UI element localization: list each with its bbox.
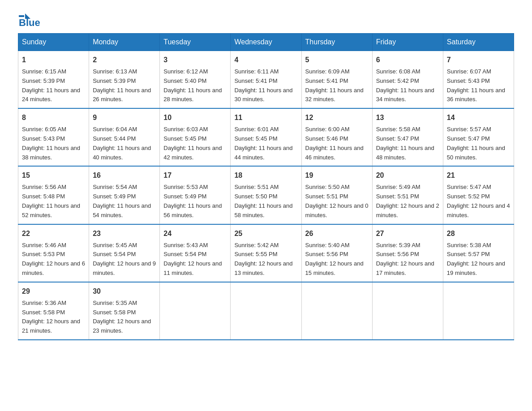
calendar-cell (160, 282, 231, 340)
day-info: Sunrise: 6:15 AMSunset: 5:39 PMDaylight:… (22, 67, 85, 104)
day-number: 22 (22, 228, 85, 239)
day-number: 15 (22, 170, 85, 181)
day-info: Sunrise: 6:13 AMSunset: 5:39 PMDaylight:… (93, 67, 156, 104)
day-info: Sunrise: 5:40 AMSunset: 5:56 PMDaylight:… (305, 241, 369, 278)
day-number: 18 (234, 170, 297, 181)
day-info: Sunrise: 5:42 AMSunset: 5:55 PMDaylight:… (234, 241, 297, 278)
calendar-week-row: 8Sunrise: 6:05 AMSunset: 5:43 PMDaylight… (18, 108, 514, 166)
col-header-sunday: Sunday (18, 34, 89, 51)
calendar-cell (301, 282, 372, 340)
day-number: 23 (93, 228, 156, 239)
day-number: 24 (163, 228, 227, 239)
day-info: Sunrise: 5:35 AMSunset: 5:58 PMDaylight:… (93, 299, 156, 336)
day-info: Sunrise: 5:47 AMSunset: 5:52 PMDaylight:… (447, 183, 510, 220)
day-info: Sunrise: 5:43 AMSunset: 5:54 PMDaylight:… (163, 241, 227, 278)
calendar-week-row: 15Sunrise: 5:56 AMSunset: 5:48 PMDayligh… (18, 166, 514, 224)
day-number: 3 (163, 55, 227, 65)
day-number: 1 (22, 55, 85, 65)
calendar-cell: 26Sunrise: 5:40 AMSunset: 5:56 PMDayligh… (301, 224, 372, 282)
calendar-cell: 15Sunrise: 5:56 AMSunset: 5:48 PMDayligh… (18, 166, 89, 224)
col-header-tuesday: Tuesday (160, 34, 231, 51)
day-number: 19 (305, 170, 369, 181)
day-number: 5 (305, 55, 369, 65)
page-header: Blue (18, 13, 514, 29)
calendar-cell (372, 282, 443, 340)
calendar-cell: 3Sunrise: 6:12 AMSunset: 5:40 PMDaylight… (160, 51, 231, 109)
day-info: Sunrise: 5:50 AMSunset: 5:51 PMDaylight:… (305, 183, 369, 220)
calendar-cell: 6Sunrise: 6:08 AMSunset: 5:42 PMDaylight… (372, 51, 443, 109)
calendar-cell (231, 282, 301, 340)
day-info: Sunrise: 5:39 AMSunset: 5:56 PMDaylight:… (376, 241, 439, 278)
day-number: 26 (305, 228, 369, 239)
calendar-cell: 23Sunrise: 5:45 AMSunset: 5:54 PMDayligh… (89, 224, 160, 282)
day-info: Sunrise: 5:38 AMSunset: 5:57 PMDaylight:… (447, 241, 510, 278)
calendar-cell: 22Sunrise: 5:46 AMSunset: 5:53 PMDayligh… (18, 224, 89, 282)
day-info: Sunrise: 6:09 AMSunset: 5:41 PMDaylight:… (305, 67, 369, 104)
day-number: 28 (447, 228, 510, 239)
day-number: 17 (163, 170, 227, 181)
day-number: 4 (234, 55, 297, 65)
day-number: 8 (22, 112, 85, 123)
calendar-cell: 13Sunrise: 5:58 AMSunset: 5:47 PMDayligh… (372, 108, 443, 166)
logo: Blue (18, 13, 40, 29)
calendar-cell: 18Sunrise: 5:51 AMSunset: 5:50 PMDayligh… (231, 166, 301, 224)
calendar-week-row: 1Sunrise: 6:15 AMSunset: 5:39 PMDaylight… (18, 51, 514, 109)
calendar-cell: 4Sunrise: 6:11 AMSunset: 5:41 PMDaylight… (231, 51, 301, 109)
calendar-cell: 16Sunrise: 5:54 AMSunset: 5:49 PMDayligh… (89, 166, 160, 224)
calendar-cell (443, 282, 514, 340)
day-number: 14 (447, 112, 510, 123)
col-header-saturday: Saturday (443, 34, 514, 51)
calendar-cell: 30Sunrise: 5:35 AMSunset: 5:58 PMDayligh… (89, 282, 160, 340)
day-number: 25 (234, 228, 297, 239)
day-number: 11 (234, 112, 297, 123)
logo-subtitle: Blue (19, 17, 40, 29)
day-number: 29 (22, 286, 85, 297)
calendar-cell: 8Sunrise: 6:05 AMSunset: 5:43 PMDaylight… (18, 108, 89, 166)
day-number: 30 (93, 286, 156, 297)
day-number: 20 (376, 170, 439, 181)
calendar-cell: 29Sunrise: 5:36 AMSunset: 5:58 PMDayligh… (18, 282, 89, 340)
calendar-cell: 28Sunrise: 5:38 AMSunset: 5:57 PMDayligh… (443, 224, 514, 282)
calendar-cell: 1Sunrise: 6:15 AMSunset: 5:39 PMDaylight… (18, 51, 89, 109)
day-info: Sunrise: 5:49 AMSunset: 5:51 PMDaylight:… (376, 183, 439, 220)
day-number: 12 (305, 112, 369, 123)
day-number: 9 (93, 112, 156, 123)
day-info: Sunrise: 6:00 AMSunset: 5:46 PMDaylight:… (305, 125, 369, 162)
day-number: 27 (376, 228, 439, 239)
day-info: Sunrise: 6:07 AMSunset: 5:43 PMDaylight:… (447, 67, 510, 104)
calendar-cell: 11Sunrise: 6:01 AMSunset: 5:45 PMDayligh… (231, 108, 301, 166)
day-number: 6 (376, 55, 439, 65)
calendar-cell: 5Sunrise: 6:09 AMSunset: 5:41 PMDaylight… (301, 51, 372, 109)
calendar-cell: 24Sunrise: 5:43 AMSunset: 5:54 PMDayligh… (160, 224, 231, 282)
day-info: Sunrise: 5:46 AMSunset: 5:53 PMDaylight:… (22, 241, 85, 278)
day-info: Sunrise: 5:54 AMSunset: 5:49 PMDaylight:… (93, 183, 156, 220)
col-header-friday: Friday (372, 34, 443, 51)
day-info: Sunrise: 6:12 AMSunset: 5:40 PMDaylight:… (163, 67, 227, 104)
calendar-cell: 9Sunrise: 6:04 AMSunset: 5:44 PMDaylight… (89, 108, 160, 166)
day-number: 2 (93, 55, 156, 65)
day-number: 10 (163, 112, 227, 123)
day-number: 16 (93, 170, 156, 181)
calendar-cell: 12Sunrise: 6:00 AMSunset: 5:46 PMDayligh… (301, 108, 372, 166)
calendar-cell: 2Sunrise: 6:13 AMSunset: 5:39 PMDaylight… (89, 51, 160, 109)
calendar-cell: 20Sunrise: 5:49 AMSunset: 5:51 PMDayligh… (372, 166, 443, 224)
day-info: Sunrise: 6:11 AMSunset: 5:41 PMDaylight:… (234, 67, 297, 104)
calendar-cell: 14Sunrise: 5:57 AMSunset: 5:47 PMDayligh… (443, 108, 514, 166)
day-info: Sunrise: 6:08 AMSunset: 5:42 PMDaylight:… (376, 67, 439, 104)
calendar-table: SundayMondayTuesdayWednesdayThursdayFrid… (18, 33, 514, 340)
day-info: Sunrise: 5:45 AMSunset: 5:54 PMDaylight:… (93, 241, 156, 278)
calendar-cell: 21Sunrise: 5:47 AMSunset: 5:52 PMDayligh… (443, 166, 514, 224)
calendar-cell: 10Sunrise: 6:03 AMSunset: 5:45 PMDayligh… (160, 108, 231, 166)
day-info: Sunrise: 5:57 AMSunset: 5:47 PMDaylight:… (447, 125, 510, 162)
calendar-week-row: 22Sunrise: 5:46 AMSunset: 5:53 PMDayligh… (18, 224, 514, 282)
day-info: Sunrise: 5:36 AMSunset: 5:58 PMDaylight:… (22, 299, 85, 336)
col-header-thursday: Thursday (301, 34, 372, 51)
day-info: Sunrise: 5:53 AMSunset: 5:49 PMDaylight:… (163, 183, 227, 220)
col-header-wednesday: Wednesday (231, 34, 301, 51)
day-info: Sunrise: 5:58 AMSunset: 5:47 PMDaylight:… (376, 125, 439, 162)
calendar-cell: 7Sunrise: 6:07 AMSunset: 5:43 PMDaylight… (443, 51, 514, 109)
day-info: Sunrise: 5:56 AMSunset: 5:48 PMDaylight:… (22, 183, 85, 220)
calendar-week-row: 29Sunrise: 5:36 AMSunset: 5:58 PMDayligh… (18, 282, 514, 340)
day-number: 21 (447, 170, 510, 181)
col-header-monday: Monday (89, 34, 160, 51)
